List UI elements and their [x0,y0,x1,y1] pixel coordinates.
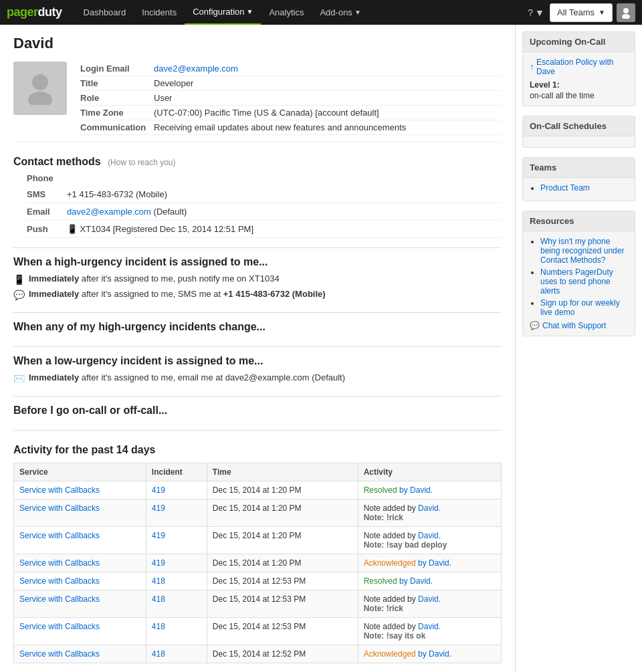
incident-link[interactable]: 418 [152,649,165,659]
oncall-notif-section: Before I go on-call or off-call... [13,397,502,431]
high-urgency-change-title: When any of my high-urgency incidents ch… [13,321,502,333]
td-service: Service with Callbacks [14,645,146,663]
td-time: Dec 15, 2014 at 1:20 PM [207,554,358,572]
oncall-level-label: Level 1: [530,80,628,90]
td-service: Service with Callbacks [14,499,146,527]
td-activity: Acknowledged by David. [358,645,501,663]
service-link[interactable]: Service with Callbacks [19,594,100,604]
service-link[interactable]: Service with Callbacks [19,558,100,568]
contact-email-link[interactable]: dave2@example.com [67,207,151,217]
note-text: Note: !say bad deploy [364,540,447,550]
contact-methods-header: Contact methods (How to reach you) [13,156,502,168]
td-service: Service with Callbacks [14,572,146,590]
profile-row-title: Title Developer [80,76,502,91]
td-activity: Note added by David.Note: !say bad deplo… [358,527,501,554]
td-service: Service with Callbacks [14,618,146,645]
activity-section: Activity for the past 14 days Service In… [13,444,502,663]
svg-point-0 [623,8,629,13]
profile-value-timezone: (UTC-07:00) Pacific Time (US & Canada) [… [154,106,502,120]
activity-acknowledged: Acknowledged [364,558,416,568]
table-row: Service with Callbacks 418 Dec 15, 2014 … [14,590,502,618]
activity-title: Activity for the past 14 days [13,444,502,456]
contact-label-sms: SMS [27,189,67,199]
td-incident: 418 [146,618,207,645]
note-text: Note: !say its ok [364,631,426,641]
service-link[interactable]: Service with Callbacks [19,622,100,631]
activity-acknowledged: Acknowledged [364,649,416,659]
td-time: Dec 15, 2014 at 12:53 PM [207,590,358,618]
incident-link[interactable]: 418 [152,594,165,604]
svg-point-3 [28,92,52,105]
nav-dashboard[interactable]: Dashboard [76,0,134,25]
activity-user-link[interactable]: David. [418,594,441,604]
activity-user-link[interactable]: by David. [418,649,451,659]
contact-label-push: Push [27,224,67,234]
profile-row-role: Role User [80,91,502,106]
service-link[interactable]: Service with Callbacks [19,649,100,659]
teams-dropdown[interactable]: All Teams ▼ [550,3,613,22]
resource-link-demo[interactable]: Sign up for our weekly live demo [540,298,620,317]
profile-label-communication: Communication [80,120,154,135]
activity-user-link[interactable]: David. [418,622,441,631]
activity-user-link[interactable]: David. [418,531,441,540]
user-avatar-button[interactable] [617,3,635,22]
page-layout: David Login Email dave2@example.com Titl… [0,25,642,672]
escalation-policy-link[interactable]: ↑ Escalation Policy with Dave [530,58,628,76]
teams-card-header: Teams [523,158,635,178]
col-activity: Activity [358,463,501,481]
activity-user-link[interactable]: by David. [399,576,433,586]
service-link[interactable]: Service with Callbacks [19,576,100,586]
profile-value-role: User [154,91,502,106]
contact-value-push: 📱 XT1034 [Registered Dec 15, 2014 12:51 … [67,224,253,234]
activity-user-link[interactable]: by David. [399,485,433,495]
contact-group-phone-label: Phone [27,173,502,183]
phone-icon: 📱 [67,224,78,234]
product-team-link[interactable]: Product Team [540,183,590,193]
oncall-notif-title: Before I go on-call or off-call... [13,405,502,417]
resources-card: Resources Why isn't my phone being recog… [522,211,635,336]
nav-configuration[interactable]: Configuration ▼ [185,0,261,25]
table-row: Service with Callbacks 419 Dec 15, 2014 … [14,481,502,499]
nav-analytics[interactable]: Analytics [261,0,312,25]
email-link[interactable]: dave2@example.com [154,64,238,74]
profile-row-email: Login Email dave2@example.com [80,62,502,76]
service-link[interactable]: Service with Callbacks [19,485,100,495]
contact-value-sms: +1 415-483-6732 (Mobile) [67,189,167,199]
incident-link[interactable]: 419 [152,558,165,568]
help-button[interactable]: ? ▼ [522,7,550,18]
profile-label-timezone: Time Zone [80,106,154,120]
td-service: Service with Callbacks [14,527,146,554]
chat-support-link[interactable]: 💬 Chat with Support [530,321,628,330]
td-service: Service with Callbacks [14,481,146,499]
incident-link[interactable]: 418 [152,622,165,631]
low-urgency-section: When a low-urgency incident is assigned … [13,347,502,397]
service-link[interactable]: Service with Callbacks [19,503,100,513]
table-row: Service with Callbacks 418 Dec 15, 2014 … [14,645,502,663]
configuration-dropdown-arrow: ▼ [247,8,253,15]
nav-addons[interactable]: Add-ons ▼ [312,0,368,25]
nav-incidents[interactable]: Incidents [134,0,185,25]
activity-user-link[interactable]: David. [418,503,441,513]
incident-link[interactable]: 419 [152,531,165,540]
user-icon [620,7,632,19]
low-urgency-title: When a low-urgency incident is assigned … [13,355,502,367]
activity-user-link[interactable]: by David. [418,558,451,568]
resources-card-header: Resources [523,211,635,231]
td-service: Service with Callbacks [14,554,146,572]
service-link[interactable]: Service with Callbacks [19,531,100,540]
avatar-silhouette [23,72,57,105]
oncall-card: Upcoming On-Call ↑ Escalation Policy wit… [522,31,635,106]
resource-link-phone[interactable]: Why isn't my phone being recognized unde… [540,237,624,265]
td-activity: Acknowledged by David. [358,554,501,572]
addons-dropdown-arrow: ▼ [354,9,361,16]
incident-link[interactable]: 418 [152,576,165,586]
incident-link[interactable]: 419 [152,503,165,513]
notif-rule-sms: 💬 Immediately after it's assigned to me,… [13,289,502,300]
escalation-icon: ↑ [530,62,534,72]
resource-link-numbers[interactable]: Numbers PagerDuty uses to send phone ale… [540,267,613,296]
incident-link[interactable]: 419 [152,485,165,495]
resource-item-demo: Sign up for our weekly live demo [540,298,628,317]
logo[interactable]: pagerduty [7,5,62,19]
td-service: Service with Callbacks [14,590,146,618]
td-incident: 419 [146,499,207,527]
